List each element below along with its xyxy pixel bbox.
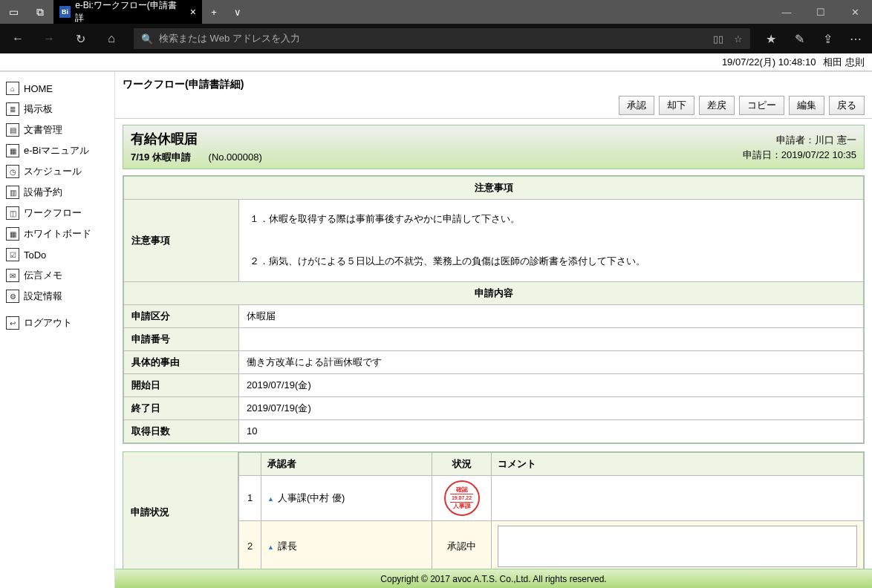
sidebar-item-board[interactable]: ≣掲示板 xyxy=(4,99,110,120)
page-title: ワークフロー(申請書詳細) xyxy=(123,78,865,91)
details-panel: 注意事項 注意事項 １．休暇を取得する際は事前事後すみやかに申請して下さい。 ２… xyxy=(123,175,865,444)
whiteboard-icon: ▦ xyxy=(6,227,19,241)
approval-panel: 申請状況 承認者 状況 コメント 1 xyxy=(123,451,865,569)
window-titlebar: ▭ ⧉ Bi e-Bi:ワークフロー(申請書詳 × + ∨ — ☐ ✕ xyxy=(0,0,872,24)
home-button[interactable]: ⌂ xyxy=(97,24,126,53)
status-datetime: 19/07/22(月) 10:48:10 xyxy=(722,56,816,69)
close-tab-icon[interactable]: × xyxy=(190,6,196,18)
sidebar-item-label: 伝言メモ xyxy=(24,269,62,282)
new-tab-button[interactable]: + xyxy=(202,7,226,18)
maximize-button[interactable]: ☐ xyxy=(804,0,838,24)
reading-view-icon[interactable]: ▯▯ xyxy=(713,33,723,45)
workflow-icon: ◫ xyxy=(6,206,19,220)
sidebar-item-label: ワークフロー xyxy=(24,206,82,220)
status-bar: 19/07/22(月) 10:48:10 相田 忠則 xyxy=(0,53,872,71)
forward-button[interactable]: → xyxy=(34,24,64,53)
sidebar-item-label: 設備予約 xyxy=(24,186,62,199)
sidebar-item-label: 文書管理 xyxy=(24,123,62,137)
refresh-button[interactable]: ↻ xyxy=(65,24,95,53)
sidebar-item-label: e-Biマニュアル xyxy=(24,144,89,157)
sidebar: ⌂HOME ≣掲示板 ▤文書管理 ▦e-Biマニュアル ◷スケジュール ▥設備予… xyxy=(0,72,115,588)
approval-row-current: 2 課長 承認中 xyxy=(239,520,864,569)
comment-input[interactable] xyxy=(498,526,857,567)
row-value: 休暇届 xyxy=(239,304,864,327)
row-status: 確認 19.07.22 人事課 xyxy=(432,475,492,520)
schedule-icon: ◷ xyxy=(6,165,19,178)
sys-icon[interactable]: ⧉ xyxy=(27,0,53,24)
sidebar-item-whiteboard[interactable]: ▦ホワイトボード xyxy=(4,223,110,244)
settings-icon: ⚙ xyxy=(6,290,19,303)
action-toolbar: 承認 却下 差戻 コピー 編集 戻る xyxy=(123,96,865,115)
edit-button[interactable]: 編集 xyxy=(789,96,824,115)
col-comment: コメント xyxy=(492,452,864,475)
share-icon[interactable]: ⇪ xyxy=(814,24,841,53)
sys-icon[interactable]: ▭ xyxy=(0,0,27,24)
row-value: 2019/07/19(金) xyxy=(239,396,864,419)
row-label: 具体的事由 xyxy=(124,350,239,373)
status-user: 相田 忠則 xyxy=(823,56,865,69)
back-page-button[interactable]: 戻る xyxy=(829,96,865,115)
sidebar-item-schedule[interactable]: ◷スケジュール xyxy=(4,161,110,182)
sidebar-item-label: ログアウト xyxy=(24,316,72,330)
notice-text: １．休暇を取得する際は事前事後すみやかに申請して下さい。 ２．病気、けがによる５… xyxy=(239,200,864,282)
favorites-icon[interactable]: ★ xyxy=(758,24,784,53)
todo-icon: ☑ xyxy=(6,248,19,261)
row-label: 申請番号 xyxy=(124,327,239,350)
back-button[interactable]: ← xyxy=(3,24,33,53)
row-label: 開始日 xyxy=(124,373,239,396)
remand-button[interactable]: 差戻 xyxy=(699,96,735,115)
sidebar-item-label: ホワイトボード xyxy=(24,227,91,241)
sidebar-item-label: 設定情報 xyxy=(24,290,62,303)
row-value: 働き方改革による計画休暇です xyxy=(239,350,864,373)
form-subject: 7/19 休暇申請 xyxy=(131,151,191,163)
browser-toolbar: ← → ↻ ⌂ 🔍 検索または Web アドレスを入力 ▯▯ ☆ ★ ✎ ⇪ ⋯ xyxy=(0,24,872,53)
search-icon: 🔍 xyxy=(141,33,153,45)
copy-button[interactable]: コピー xyxy=(739,96,784,115)
sidebar-item-todo[interactable]: ☑ToDo xyxy=(4,244,110,265)
col-status: 状況 xyxy=(432,452,492,475)
notes-icon[interactable]: ✎ xyxy=(786,24,813,53)
approve-button[interactable]: 承認 xyxy=(619,96,654,115)
docs-icon: ▤ xyxy=(6,123,19,137)
approval-stamp: 確認 19.07.22 人事課 xyxy=(444,480,480,516)
url-placeholder: 検索または Web アドレスを入力 xyxy=(159,32,300,45)
browser-tab[interactable]: Bi e-Bi:ワークフロー(申請書詳 × xyxy=(53,0,202,24)
row-value: 10 xyxy=(239,419,864,442)
manual-icon: ▦ xyxy=(6,144,19,157)
sidebar-item-label: HOME xyxy=(24,83,53,94)
more-icon[interactable]: ⋯ xyxy=(842,24,869,53)
minimize-button[interactable]: — xyxy=(769,0,804,24)
form-docno: (No.000008) xyxy=(209,151,262,163)
board-icon: ≣ xyxy=(6,102,19,116)
sidebar-item-settings[interactable]: ⚙設定情報 xyxy=(4,286,110,307)
sidebar-item-label: 掲示板 xyxy=(24,102,53,116)
sidebar-item-memo[interactable]: ✉伝言メモ xyxy=(4,265,110,286)
sidebar-item-docs[interactable]: ▤文書管理 xyxy=(4,120,110,140)
sidebar-item-facility[interactable]: ▥設備予約 xyxy=(4,182,110,203)
approval-label: 申請状況 xyxy=(123,452,238,569)
tabs-chevron-icon[interactable]: ∨ xyxy=(226,7,250,18)
col-num xyxy=(239,452,261,475)
section-header-notice: 注意事項 xyxy=(124,177,864,200)
sidebar-item-logout[interactable]: ↩ログアウト xyxy=(4,313,110,333)
row-approver: 課長 xyxy=(261,520,432,569)
sidebar-item-home[interactable]: ⌂HOME xyxy=(4,78,110,99)
close-window-button[interactable]: ✕ xyxy=(838,0,872,24)
row-label: 取得日数 xyxy=(124,419,239,442)
apply-date: 2019/07/22 10:35 xyxy=(781,149,856,160)
sidebar-item-workflow[interactable]: ◫ワークフロー xyxy=(4,203,110,223)
person-icon xyxy=(267,492,275,503)
form-name: 有給休暇届 xyxy=(131,130,262,148)
col-approver: 承認者 xyxy=(261,452,432,475)
reject-button[interactable]: 却下 xyxy=(659,96,694,115)
approval-table: 承認者 状況 コメント 1 人事課(中村 優) 確認 xyxy=(238,452,864,569)
address-bar[interactable]: 🔍 検索または Web アドレスを入力 ▯▯ ☆ xyxy=(134,28,750,49)
row-value: 2019/07/19(金) xyxy=(239,373,864,396)
row-label-notice: 注意事項 xyxy=(124,200,239,282)
page-footer: Copyright © 2017 avoc A.T.S. Co.,Ltd. Al… xyxy=(115,569,872,588)
sidebar-item-manual[interactable]: ▦e-Biマニュアル xyxy=(4,140,110,161)
main-content: ワークフロー(申請書詳細) 承認 却下 差戻 コピー 編集 戻る 有給休暇届 xyxy=(115,72,872,588)
favicon-icon: Bi xyxy=(59,6,71,18)
favorite-icon[interactable]: ☆ xyxy=(734,33,743,45)
row-label: 終了日 xyxy=(124,396,239,419)
